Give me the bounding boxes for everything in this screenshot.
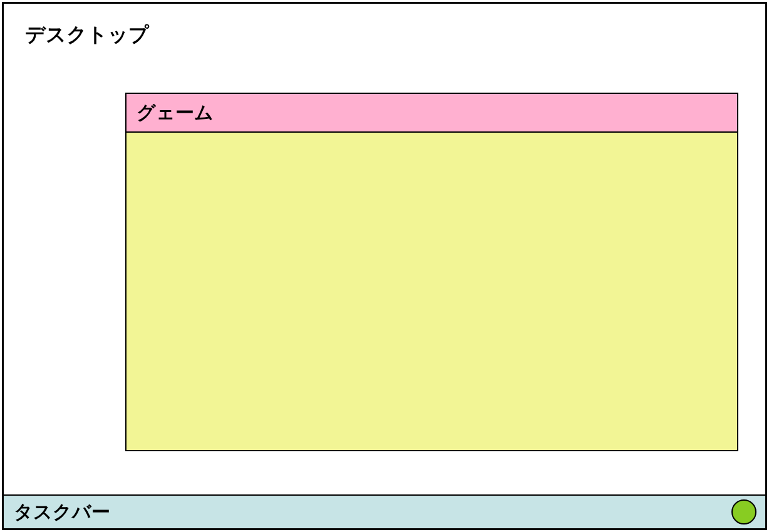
- desktop-area[interactable]: デスクトップ グェーム: [4, 4, 765, 494]
- taskbar-label: タスクバー: [14, 499, 110, 525]
- window-content[interactable]: [126, 133, 737, 450]
- app-window[interactable]: グェーム: [125, 93, 738, 451]
- status-indicator-icon[interactable]: [731, 499, 756, 524]
- outer-frame: デスクトップ グェーム タスクバー: [2, 2, 767, 530]
- desktop-label: デスクトップ: [25, 21, 149, 49]
- taskbar[interactable]: タスクバー: [4, 494, 765, 528]
- window-title: グェーム: [137, 100, 214, 126]
- window-titlebar[interactable]: グェーム: [126, 94, 737, 133]
